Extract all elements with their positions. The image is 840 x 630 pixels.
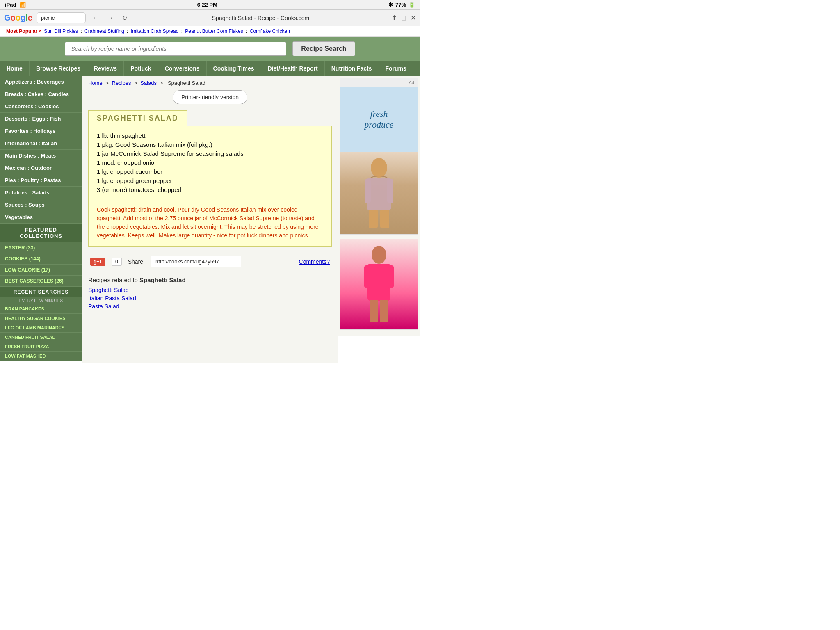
sidebar-item-pies[interactable]: Pies : Poultry : Pastas (0, 174, 82, 187)
popular-link-2[interactable]: Crabmeat Stuffing (84, 28, 124, 34)
share-button[interactable]: ⬆ (392, 14, 397, 22)
search-button[interactable]: Recipe Search (292, 41, 355, 56)
back-button[interactable]: ← (90, 14, 101, 23)
recent-search-6[interactable]: LOW FAT MASHED (0, 352, 82, 361)
popular-link-1[interactable]: Sun Dill Pickles (44, 28, 78, 34)
ad-box-1: Ad fresh produce (340, 78, 418, 235)
breadcrumb-sep-3: > (160, 80, 164, 86)
page-title-bar: Spaghetti Salad - Recipe - Cooks.com (134, 15, 388, 21)
svg-rect-11 (380, 300, 388, 322)
sidebar-item-main-dishes[interactable]: Main Dishes : Meats (0, 150, 82, 162)
battery-icon: 🔋 (409, 2, 415, 8)
related-link-3[interactable]: Pasta Salad (88, 303, 332, 310)
ad-model-image-2[interactable] (340, 239, 418, 329)
printer-btn-container: Printer-friendly version (88, 90, 332, 104)
featured-easter[interactable]: EASTER (33) (0, 242, 82, 253)
breadcrumb-home[interactable]: Home (88, 80, 103, 86)
ipad-label: iPad (5, 2, 16, 8)
nav-diet-health[interactable]: Diet/Health Report (261, 61, 325, 76)
nav-home[interactable]: Home (0, 61, 30, 76)
url-bar[interactable]: picnic (37, 12, 86, 23)
svg-point-0 (371, 158, 387, 178)
gplus-button[interactable]: g+1 (90, 258, 105, 266)
svg-rect-7 (368, 264, 390, 301)
nav-nutrition[interactable]: Nutrition Facts (325, 61, 379, 76)
close-tab-button[interactable]: ✕ (411, 14, 416, 22)
search-input[interactable] (65, 42, 286, 56)
gplus-count: 0 (112, 258, 122, 266)
featured-cookies[interactable]: COOKIES (144) (0, 253, 82, 265)
recent-search-3[interactable]: LEG OF LAMB MARINADES (0, 323, 82, 333)
sidebar-item-appetizers[interactable]: Appetizers : Beverages (0, 76, 82, 88)
sidebar-item-casseroles[interactable]: Casseroles : Cookies (0, 100, 82, 113)
ad-fresh-produce[interactable]: fresh produce (340, 87, 418, 152)
related-link-1[interactable]: Spaghetti Salad (88, 287, 332, 293)
nav-reviews[interactable]: Reviews (87, 61, 124, 76)
featured-best-casseroles[interactable]: BEST CASSEROLES (26) (0, 276, 82, 287)
ad-label: Ad (409, 80, 414, 85)
svg-rect-3 (387, 179, 393, 203)
content-area: Home > Recipes > Salads > Spaghetti Sala… (82, 76, 338, 363)
reload-button[interactable]: ↻ (119, 13, 130, 23)
printer-friendly-button[interactable]: Printer-friendly version (173, 90, 247, 104)
model-figure-2 (340, 239, 418, 329)
popular-link-5[interactable]: Cornflake Chicken (250, 28, 290, 34)
comments-link[interactable]: Comments? (299, 258, 330, 265)
recent-search-2[interactable]: HEALTHY SUGAR COOKIES (0, 314, 82, 323)
ingredient-2: 1 pkg. Good Seasons Italian mix (foil pk… (97, 141, 323, 148)
breadcrumb-current: Spaghetti Salad (168, 80, 205, 86)
share-url-input[interactable] (151, 256, 241, 267)
sidebar-item-international[interactable]: International : Italian (0, 137, 82, 150)
instructions-text: Cook spaghetti; drain and cool. Pour dry… (97, 205, 323, 240)
recent-search-5[interactable]: FRESH FRUIT PIZZA (0, 342, 82, 352)
sidebar-item-sauces[interactable]: Sauces : Soups (0, 199, 82, 211)
nav-cooking-times[interactable]: Cooking Times (207, 61, 261, 76)
status-bar: iPad 📶 6:22 PM ✱ 77% 🔋 (0, 0, 420, 10)
site-header: Recipe Search (0, 37, 420, 61)
bluetooth-icon: ✱ (388, 2, 393, 8)
recipe-ingredients: 1 lb. thin spaghetti 1 pkg. Good Seasons… (89, 126, 331, 201)
related-link-2[interactable]: Italian Pasta Salad (88, 295, 332, 301)
breadcrumb-recipes[interactable]: Recipes (112, 80, 131, 86)
recent-search-4[interactable]: CANNED FRUIT SALAD (0, 333, 82, 342)
ingredient-5: 1 lg. chopped cucumber (97, 168, 323, 175)
popular-link-3[interactable]: Imitation Crab Spread (131, 28, 179, 34)
battery-level: 77% (395, 2, 406, 8)
model-svg-2 (358, 243, 399, 325)
svg-rect-10 (370, 300, 378, 322)
sidebar-item-desserts[interactable]: Desserts : Eggs : Fish (0, 113, 82, 125)
forward-button[interactable]: → (105, 14, 116, 23)
svg-rect-5 (380, 210, 389, 228)
recent-search-1[interactable]: BRAN PANCAKES (0, 304, 82, 314)
sidebar-item-potatoes[interactable]: Potatoes : Salads (0, 187, 82, 199)
sidebar-item-favorites[interactable]: Favorites : Holidays (0, 125, 82, 137)
ingredient-3: 1 jar McCormick Salad Supreme for season… (97, 150, 323, 157)
nav-potluck[interactable]: Potluck (124, 61, 158, 76)
google-logo: Google (4, 13, 32, 23)
ad-sidebar: Ad fresh produce (338, 76, 420, 336)
nav-browse-recipes[interactable]: Browse Recipes (30, 61, 87, 76)
nav-conversions[interactable]: Conversions (158, 61, 207, 76)
recipe-box: SPAGHETTI SALAD 1 lb. thin spaghetti 1 p… (88, 110, 332, 247)
breadcrumb-salads[interactable]: Salads (140, 80, 157, 86)
sidebar-item-mexican[interactable]: Mexican : Outdoor (0, 162, 82, 174)
browser-actions: ⬆ ⊟ ✕ (392, 14, 416, 22)
nav-forums[interactable]: Forums (379, 61, 413, 76)
related-title: Recipes related to Spaghetti Salad (88, 276, 332, 283)
main-nav: Home Browse Recipes Reviews Potluck Conv… (0, 61, 420, 76)
tab-search-button[interactable]: ⊟ (401, 14, 406, 22)
popular-link-4[interactable]: Peanut Butter Corn Flakes (185, 28, 243, 34)
wifi-icon: 📶 (19, 2, 26, 8)
breadcrumb-sep-1: > (105, 80, 110, 86)
sidebar-item-breads[interactable]: Breads : Cakes : Candies (0, 88, 82, 100)
ad-model-image-1[interactable] (340, 152, 418, 234)
svg-rect-8 (364, 265, 370, 288)
ingredient-1: 1 lb. thin spaghetti (97, 132, 323, 139)
recent-searches-subtitle: EVERY FEW MINUTES (0, 297, 82, 304)
svg-rect-9 (388, 265, 394, 288)
featured-low-calorie[interactable]: LOW CALORIE (17) (0, 265, 82, 276)
related-recipe-name: Spaghetti Salad (139, 276, 186, 283)
featured-collections-title: FEATURED COLLECTIONS (0, 224, 82, 242)
model-svg-1 (358, 156, 399, 230)
sidebar-item-vegetables[interactable]: Vegetables (0, 211, 82, 224)
